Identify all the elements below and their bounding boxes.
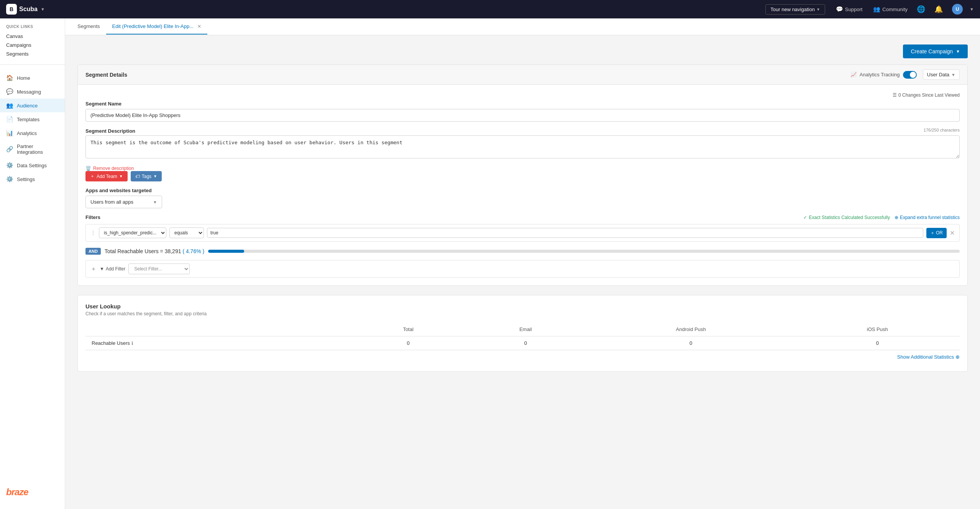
sidebar-item-partner-integrations[interactable]: 🔗 Partner Integrations: [0, 140, 65, 158]
remove-description-button[interactable]: 🗑️ Remove description: [85, 166, 134, 171]
add-team-plus-icon: ＋: [90, 173, 95, 180]
info-icon[interactable]: ℹ: [131, 341, 133, 346]
apps-dropdown[interactable]: Users from all apps ▼: [85, 196, 162, 208]
sidebar-item-label-settings: Settings: [17, 176, 35, 182]
drag-handle-icon[interactable]: ⋮: [90, 230, 96, 236]
quick-link-canvas[interactable]: Canvas: [6, 32, 59, 41]
quick-link-segments[interactable]: Segments: [6, 49, 59, 58]
bell-icon[interactable]: 🔔: [934, 5, 943, 13]
tab-segments[interactable]: Segments: [71, 19, 106, 35]
changes-link[interactable]: ☰ 0 Changes Since Last Viewed: [893, 92, 960, 98]
col-header-name: [85, 323, 352, 336]
sidebar-item-audience[interactable]: 👥 Audience: [0, 99, 65, 112]
braze-logo: braze: [0, 479, 65, 501]
filter-or-button[interactable]: ＋ OR: [926, 228, 947, 238]
col-header-android-push: Android Push: [587, 323, 795, 336]
filter-field-select[interactable]: is_high_spender_predic...: [99, 227, 166, 238]
segment-name-label: Segment Name: [85, 101, 960, 107]
org-name: Scuba: [19, 6, 38, 13]
main-content: Segments Edit (Predictive Model) Elite I…: [65, 18, 980, 509]
reachable-users-cell: Reachable Users ℹ: [85, 336, 352, 350]
chart-icon: 📈: [850, 72, 857, 77]
tabs-bar: Segments Edit (Predictive Model) Elite I…: [65, 18, 980, 35]
col-header-email: Email: [465, 323, 587, 336]
segment-description-textarea[interactable]: This segment is the outcome of Scuba's p…: [85, 135, 960, 158]
segment-card-header-right: 📈 Analytics Tracking User Data ▼: [850, 69, 960, 80]
quick-link-campaigns[interactable]: Campaigns: [6, 41, 59, 49]
sidebar-item-analytics[interactable]: 📊 Analytics: [0, 126, 65, 140]
or-label: OR: [936, 230, 943, 236]
sidebar-item-label-analytics: Analytics: [17, 130, 37, 136]
add-team-button[interactable]: ＋ Add Team ▼: [85, 171, 128, 181]
segment-card-body: ☰ 0 Changes Since Last Viewed Segment Na…: [78, 85, 967, 285]
avatar[interactable]: U: [952, 4, 963, 15]
top-nav: B Scuba ▼ Tour new navigation ▼ 💬 Suppor…: [0, 0, 980, 18]
sidebar-item-label-data-settings: Data Settings: [17, 163, 47, 168]
filters-header-right: ✓ Exact Statistics Calculated Successful…: [803, 215, 960, 220]
brand-logo[interactable]: B Scuba ▼: [6, 4, 45, 15]
trash-icon: 🗑️: [85, 166, 91, 171]
org-chevron-icon[interactable]: ▼: [41, 7, 45, 12]
and-badge: AND: [85, 248, 101, 255]
globe-icon[interactable]: 🌐: [917, 5, 925, 13]
create-campaign-button[interactable]: Create Campaign ▼: [903, 44, 968, 58]
avatar-chevron-icon[interactable]: ▼: [970, 7, 974, 12]
user-data-label: User Data: [927, 72, 950, 77]
filter-operator-select[interactable]: equals: [169, 227, 204, 238]
page-area: Create Campaign ▼ Segment Details 📈 Anal…: [65, 35, 980, 381]
add-filter-select[interactable]: Select Filter...: [128, 264, 190, 274]
community-link[interactable]: 👥 Community: [873, 6, 908, 13]
apps-value: Users from all apps: [90, 199, 133, 205]
sidebar-nav: 🏠 Home 💬 Messaging 👥 Audience 📄 Template…: [0, 68, 65, 189]
reachable-count-value: 38,291: [165, 248, 181, 254]
user-lookup-title: User Lookup: [85, 303, 960, 310]
analytics-icon: 📊: [6, 130, 13, 137]
sidebar-item-label-audience: Audience: [17, 103, 38, 109]
tab-edit-segment[interactable]: Edit (Predictive Model) Elite In-App... …: [106, 19, 207, 35]
reachable-users-label: Reachable Users ℹ: [92, 340, 346, 346]
tour-navigation-button[interactable]: Tour new navigation ▼: [765, 4, 825, 15]
stats-table-header-row: Total Email Android Push iOS Push: [85, 323, 960, 336]
sidebar-item-label-home: Home: [17, 75, 30, 81]
sidebar-item-settings[interactable]: ⚙️ Settings: [0, 172, 65, 186]
support-icon: 💬: [836, 6, 843, 13]
sidebar-item-home[interactable]: 🏠 Home: [0, 71, 65, 85]
sidebar: QUICK LINKS Canvas Campaigns Segments 🏠 …: [0, 18, 65, 509]
quick-links-section: QUICK LINKS Canvas Campaigns Segments: [0, 18, 65, 61]
filters-section: Filters ✓ Exact Statistics Calculated Su…: [85, 214, 960, 278]
reachable-email-value: 0: [465, 336, 587, 350]
apps-section-label: Apps and websites targeted: [85, 188, 960, 193]
filter-remove-button[interactable]: ✕: [950, 229, 955, 237]
char-count: 176/250 characters: [924, 128, 960, 132]
add-team-label: Add Team: [97, 174, 117, 179]
tags-label: Tags: [142, 174, 151, 179]
exact-stats-label: ✓ Exact Statistics Calculated Successful…: [803, 215, 890, 220]
sidebar-item-data-settings[interactable]: ⚙️ Data Settings: [0, 158, 65, 172]
add-filter-row: ＋ ▼ Add Filter Select Filter...: [85, 260, 960, 278]
filter-value-input[interactable]: [207, 228, 923, 238]
reachable-ios-value: 0: [795, 336, 960, 350]
support-link[interactable]: 💬 Support: [836, 6, 863, 13]
add-filter-label: ▼ Add Filter: [100, 266, 125, 272]
tab-close-icon[interactable]: ✕: [197, 24, 201, 29]
analytics-tracking-toggle[interactable]: [903, 71, 917, 79]
community-icon: 👥: [873, 6, 880, 13]
analytics-tracking-control: 📈 Analytics Tracking: [850, 71, 917, 79]
tour-chevron-icon: ▼: [816, 7, 820, 12]
sidebar-item-messaging[interactable]: 💬 Messaging: [0, 85, 65, 99]
segment-description-label: Segment Description: [85, 128, 135, 134]
user-data-button[interactable]: User Data ▼: [923, 69, 960, 80]
segment-name-input[interactable]: [85, 109, 960, 122]
sidebar-item-templates[interactable]: 📄 Templates: [0, 112, 65, 126]
community-label: Community: [882, 7, 908, 12]
support-label: Support: [845, 7, 863, 12]
show-additional-stats-link[interactable]: Show Additional Statistics ⊕: [85, 350, 960, 364]
tag-icon: 🏷: [135, 174, 140, 179]
tags-button[interactable]: 🏷 Tags ▼: [131, 171, 162, 181]
filters-title: Filters: [85, 214, 100, 220]
templates-icon: 📄: [6, 116, 13, 123]
logo-icon: B: [6, 4, 17, 15]
expand-funnel-button[interactable]: ⊕ Expand extra funnel statistics: [895, 215, 960, 220]
create-campaign-label: Create Campaign: [911, 48, 953, 54]
sidebar-item-label-templates: Templates: [17, 117, 39, 122]
